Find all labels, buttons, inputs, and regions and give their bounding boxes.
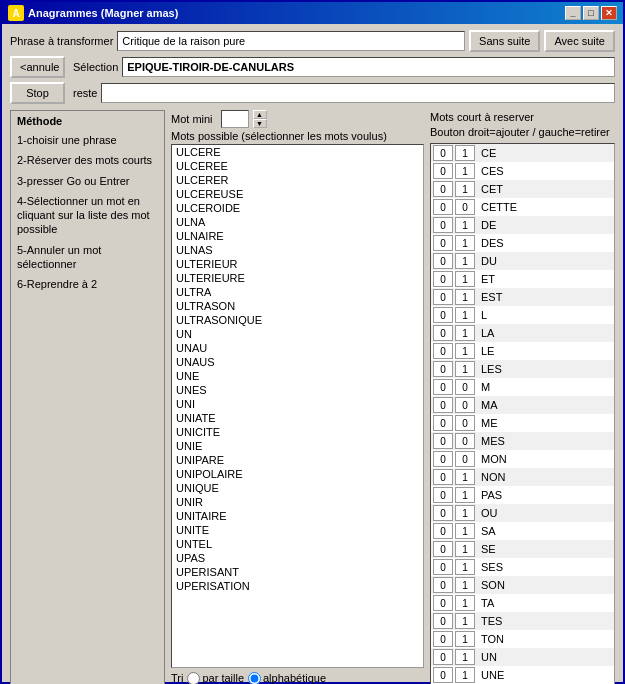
annule-button[interactable]: <annule: [10, 56, 65, 78]
right-col2: 0: [455, 433, 475, 449]
list-item[interactable]: ULNAIRE: [172, 229, 423, 243]
sort-alphabetique[interactable]: alphabétique: [248, 672, 326, 684]
maximize-button[interactable]: □: [583, 6, 599, 20]
phrase-input[interactable]: [117, 31, 465, 51]
list-item[interactable]: UNES: [172, 383, 423, 397]
reste-input[interactable]: [101, 83, 615, 103]
right-list-item[interactable]: 0 1 L: [431, 306, 614, 324]
spin-down-button[interactable]: ▼: [253, 119, 267, 128]
list-item[interactable]: ULNAS: [172, 243, 423, 257]
list-item[interactable]: UNE: [172, 369, 423, 383]
right-list-item[interactable]: 0 1 SES: [431, 558, 614, 576]
method-item-2: 2-Réserver des mots courts: [17, 153, 158, 167]
right-col2: 1: [455, 487, 475, 503]
right-list-item[interactable]: 0 0 MES: [431, 432, 614, 450]
right-col2: 0: [455, 379, 475, 395]
list-item[interactable]: ULNA: [172, 215, 423, 229]
right-list-item[interactable]: 0 1 LES: [431, 360, 614, 378]
list-item[interactable]: ULCEREUSE: [172, 187, 423, 201]
right-list-item[interactable]: 0 1 CE: [431, 144, 614, 162]
list-item[interactable]: UPERISANT: [172, 565, 423, 579]
list-item[interactable]: ULCERE: [172, 145, 423, 159]
right-word: TON: [477, 633, 612, 645]
minimize-button[interactable]: _: [565, 6, 581, 20]
radio-alphabetique[interactable]: [248, 672, 261, 684]
right-col2: 1: [455, 343, 475, 359]
right-list-item[interactable]: 0 1 SA: [431, 522, 614, 540]
list-item[interactable]: UNITE: [172, 523, 423, 537]
right-list-item[interactable]: 0 0 MON: [431, 450, 614, 468]
list-item[interactable]: UN: [172, 327, 423, 341]
right-list-item[interactable]: 0 1 DU: [431, 252, 614, 270]
right-list-item[interactable]: 0 1 SON: [431, 576, 614, 594]
right-list-item[interactable]: 0 0 MA: [431, 396, 614, 414]
list-item[interactable]: ULCERER: [172, 173, 423, 187]
right-word: SES: [477, 561, 612, 573]
list-item[interactable]: UNIQUE: [172, 481, 423, 495]
right-list-item[interactable]: 0 1 DE: [431, 216, 614, 234]
right-list-item[interactable]: 0 1 TES: [431, 612, 614, 630]
right-col2: 1: [455, 289, 475, 305]
list-item[interactable]: ULTRASON: [172, 299, 423, 313]
right-list-item[interactable]: 0 1 UNE: [431, 666, 614, 684]
right-words-list[interactable]: 0 1 CE 0 1 CES 0 1 CET 0 0 CETTE 0 1 DE …: [430, 143, 615, 684]
sort-label: Tri: [171, 672, 183, 684]
right-word: NON: [477, 471, 612, 483]
right-col1: 0: [433, 541, 453, 557]
right-list-item[interactable]: 0 1 TON: [431, 630, 614, 648]
right-list-item[interactable]: 0 1 CET: [431, 180, 614, 198]
right-col2: 1: [455, 361, 475, 377]
radio-par-taille[interactable]: [187, 672, 200, 684]
avec-suite-button[interactable]: Avec suite: [544, 30, 615, 52]
right-list-item[interactable]: 0 1 DES: [431, 234, 614, 252]
method-title: Méthode: [17, 115, 158, 127]
right-col2: 1: [455, 235, 475, 251]
right-col2: 1: [455, 541, 475, 557]
list-item[interactable]: UNAUS: [172, 355, 423, 369]
list-item[interactable]: UPERISATION: [172, 579, 423, 593]
stop-button[interactable]: Stop: [10, 82, 65, 104]
list-item[interactable]: UNAU: [172, 341, 423, 355]
list-item[interactable]: ULTERIEUR: [172, 257, 423, 271]
words-list-box[interactable]: ULCEREULCEREEULCERERULCEREUSEULCEROIDEUL…: [171, 144, 424, 668]
right-list-item[interactable]: 0 1 LA: [431, 324, 614, 342]
list-item[interactable]: UNICITE: [172, 425, 423, 439]
selection-input[interactable]: [122, 57, 615, 77]
right-list-item[interactable]: 0 1 CES: [431, 162, 614, 180]
right-list-item[interactable]: 0 1 LE: [431, 342, 614, 360]
right-list-item[interactable]: 0 0 M: [431, 378, 614, 396]
right-list-item[interactable]: 0 1 UN: [431, 648, 614, 666]
list-item[interactable]: ULTERIEURE: [172, 271, 423, 285]
spin-up-button[interactable]: ▲: [253, 110, 267, 119]
right-col1: 0: [433, 325, 453, 341]
sort-par-taille[interactable]: par taille: [187, 672, 244, 684]
right-list-item[interactable]: 0 1 PAS: [431, 486, 614, 504]
close-button[interactable]: ✕: [601, 6, 617, 20]
list-item[interactable]: UNITAIRE: [172, 509, 423, 523]
right-list-item[interactable]: 0 1 EST: [431, 288, 614, 306]
right-list-item[interactable]: 0 0 ME: [431, 414, 614, 432]
list-item[interactable]: UNTEL: [172, 537, 423, 551]
list-item[interactable]: ULTRA: [172, 285, 423, 299]
list-item[interactable]: UNIE: [172, 439, 423, 453]
right-list-item[interactable]: 0 1 TA: [431, 594, 614, 612]
list-item[interactable]: ULCEREE: [172, 159, 423, 173]
list-item[interactable]: UNI: [172, 397, 423, 411]
list-item[interactable]: UPAS: [172, 551, 423, 565]
list-item[interactable]: UNIATE: [172, 411, 423, 425]
right-list-item[interactable]: 0 1 ET: [431, 270, 614, 288]
mot-mini-input[interactable]: 1: [221, 110, 249, 128]
sans-suite-button[interactable]: Sans suite: [469, 30, 540, 52]
list-item[interactable]: UNIR: [172, 495, 423, 509]
list-item[interactable]: ULTRASONIQUE: [172, 313, 423, 327]
right-list-item[interactable]: 0 1 SE: [431, 540, 614, 558]
list-item[interactable]: ULCEROIDE: [172, 201, 423, 215]
list-item[interactable]: UNIPOLAIRE: [172, 467, 423, 481]
right-list-item[interactable]: 0 1 OU: [431, 504, 614, 522]
right-word: SON: [477, 579, 612, 591]
list-item[interactable]: UNIPARE: [172, 453, 423, 467]
right-col2: 1: [455, 253, 475, 269]
method-item-6: 6-Reprendre à 2: [17, 277, 158, 291]
right-list-item[interactable]: 0 0 CETTE: [431, 198, 614, 216]
right-list-item[interactable]: 0 1 NON: [431, 468, 614, 486]
